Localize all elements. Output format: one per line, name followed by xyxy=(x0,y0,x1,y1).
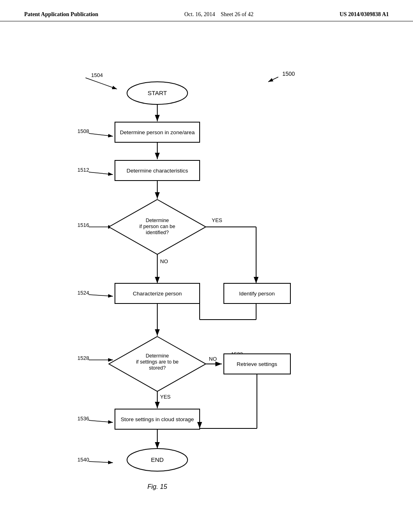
diagram-id-label: 1500 xyxy=(282,71,295,77)
diamond1-line3: identified? xyxy=(146,230,169,235)
date-sheet-label: Oct. 16, 2014 Sheet 26 of 42 xyxy=(184,11,253,18)
yes-label-diamond1: YES xyxy=(212,217,222,223)
no-label-diamond2: NO xyxy=(209,356,217,362)
yes-label-diamond2: YES xyxy=(160,394,171,400)
box-right-label: Identify person xyxy=(239,291,275,297)
diamond1-line2: if person can be xyxy=(140,224,175,229)
diamond1-id: 1516 xyxy=(77,222,89,228)
store-label: Store settings in cloud storage xyxy=(121,416,194,422)
box3-label: Characterize person xyxy=(133,291,182,297)
retrieve-label: Retrieve settings xyxy=(237,361,277,367)
diamond2-line2: if settings are to be xyxy=(136,359,179,365)
start-label: START xyxy=(148,89,167,96)
box3-id: 1524 xyxy=(77,290,89,296)
diamond2-line1: Determine xyxy=(146,353,169,359)
end-id: 1540 xyxy=(77,457,89,463)
figure-label: Fig. 15 xyxy=(148,483,167,490)
box1-label: Determine person in zone/area xyxy=(120,129,195,135)
diamond2-id: 1528 xyxy=(77,355,89,361)
box2-label: Determine characteristics xyxy=(127,168,188,174)
flowchart-svg: 1500 1504 START 1508 Determine person in… xyxy=(0,29,413,505)
store-id: 1536 xyxy=(77,416,89,422)
box2-id: 1512 xyxy=(77,167,89,173)
publication-label: Patent Application Publication xyxy=(24,11,98,18)
box1-id: 1508 xyxy=(77,128,89,134)
diamond2-line3: stored? xyxy=(149,365,166,371)
patent-number-label: US 2014/0309838 A1 xyxy=(340,11,389,18)
no-label-diamond1: NO xyxy=(160,258,168,264)
start-node-id: 1504 xyxy=(91,72,103,78)
page-header: Patent Application Publication Oct. 16, … xyxy=(0,0,413,21)
end-label: END xyxy=(151,456,164,463)
diamond1-line1: Determine xyxy=(146,218,169,223)
flowchart-area: 1500 1504 START 1508 Determine person in… xyxy=(0,29,413,505)
